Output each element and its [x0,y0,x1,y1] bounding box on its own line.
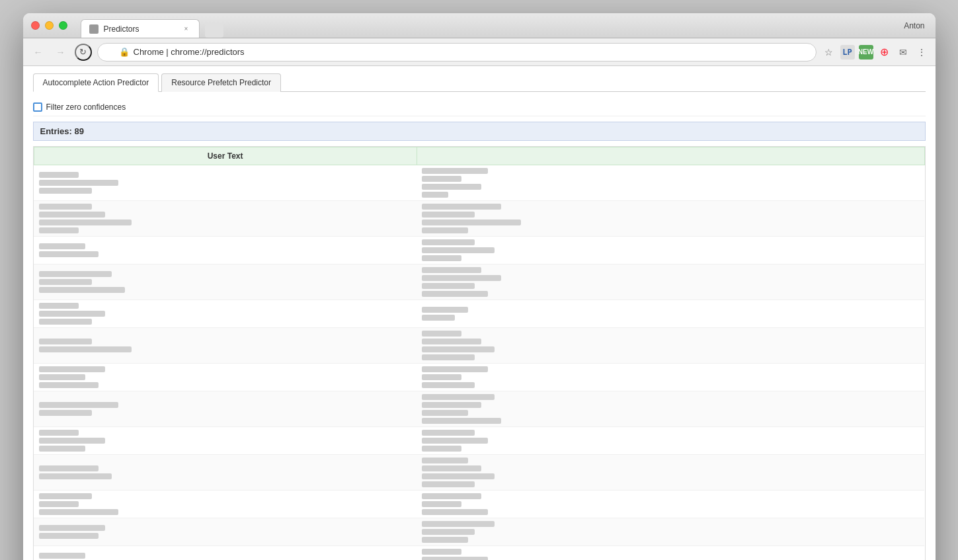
tab-favicon-icon [89,24,99,34]
address-bar[interactable]: 🔒 Chrome | chrome://predictors [97,43,817,61]
cell-details [417,165,924,201]
refresh-button[interactable]: ↻ [75,44,92,61]
opera-icon[interactable]: ⊕ [877,45,892,60]
table-wrapper: User Text [33,146,926,560]
toolbar-icons: ☆ LP NEW ⊕ ✉ ⋮ [822,45,929,60]
cell-details [417,364,924,391]
cell-details [417,237,924,264]
cell-user-text [34,391,417,427]
cell-details [417,455,924,491]
back-button[interactable]: ← [30,44,47,61]
cell-details [417,300,924,328]
cell-user-text [34,455,417,491]
bookmark-icon[interactable]: ☆ [822,45,836,60]
filter-row: Filter zero confidences [33,99,926,116]
cell-user-text [34,491,417,518]
cell-details [417,546,924,561]
table-row [34,427,924,455]
cell-user-text [34,364,417,391]
filter-label: Filter zero confidences [46,102,126,112]
table-row [34,300,924,328]
traffic-lights [31,21,67,30]
table-row [34,546,924,561]
address-domain: Chrome | chrome://predictors [134,47,245,57]
cell-user-text [34,546,417,561]
col-user-text: User Text [34,147,417,165]
table-row [34,518,924,546]
cell-user-text [34,300,417,328]
tab-close-button[interactable]: × [182,24,191,34]
predictor-tabs: Autocomplete Action Predictor Resource P… [33,73,926,92]
lastpass-icon[interactable]: LP [840,45,855,60]
tab-bar: Predictors × [81,13,223,38]
address-bar-row: ← → ↻ 🔒 Chrome | chrome://predictors ☆ L… [23,38,936,66]
menu-icon[interactable]: ⋮ [914,45,929,60]
address-text: Chrome | chrome://predictors [134,47,245,57]
cell-user-text [34,264,417,300]
entries-bar: Entries: 89 [33,122,926,141]
tab-autocomplete[interactable]: Autocomplete Action Predictor [33,73,159,92]
cell-user-text [34,427,417,455]
tab-title: Predictors [104,24,177,34]
table-row [34,391,924,427]
content-area: Autocomplete Action Predictor Resource P… [23,66,936,560]
mac-window: Predictors × Anton ← → ↻ 🔒 Chrome | chro… [23,13,936,560]
table-row [34,264,924,300]
cell-details [417,427,924,455]
table-row [34,455,924,491]
data-table: User Text [34,147,925,560]
cell-details [417,391,924,427]
entries-count: Entries: 89 [40,126,84,136]
table-header-row: User Text [34,147,924,165]
maximize-button[interactable] [59,21,67,30]
col-details [417,147,924,165]
cell-user-text [34,201,417,237]
table-row [34,237,924,264]
new-badge-icon[interactable]: NEW [859,45,873,60]
cell-user-text [34,165,417,201]
forward-button[interactable]: → [52,44,69,61]
tab-resource-prefetch[interactable]: Resource Prefetch Predictor [161,73,281,92]
cell-details [417,328,924,364]
security-icon: 🔒 [119,47,130,57]
cell-details [417,201,924,237]
filter-zero-confidences-checkbox[interactable] [33,102,42,112]
table-row [34,491,924,518]
cell-details [417,264,924,300]
table-row [34,165,924,201]
table-row [34,364,924,391]
cell-user-text [34,237,417,264]
cell-details [417,491,924,518]
cell-user-text [34,518,417,546]
new-tab-button[interactable] [205,23,223,38]
cell-details [417,518,924,546]
cell-user-text [34,328,417,364]
table-row [34,328,924,364]
close-button[interactable] [31,21,40,30]
minimize-button[interactable] [45,21,54,30]
user-name: Anton [904,21,924,30]
title-bar: Predictors × Anton [23,13,936,38]
browser-tab-predictors[interactable]: Predictors × [81,19,200,38]
table-row [34,201,924,237]
email-icon[interactable]: ✉ [896,45,910,60]
